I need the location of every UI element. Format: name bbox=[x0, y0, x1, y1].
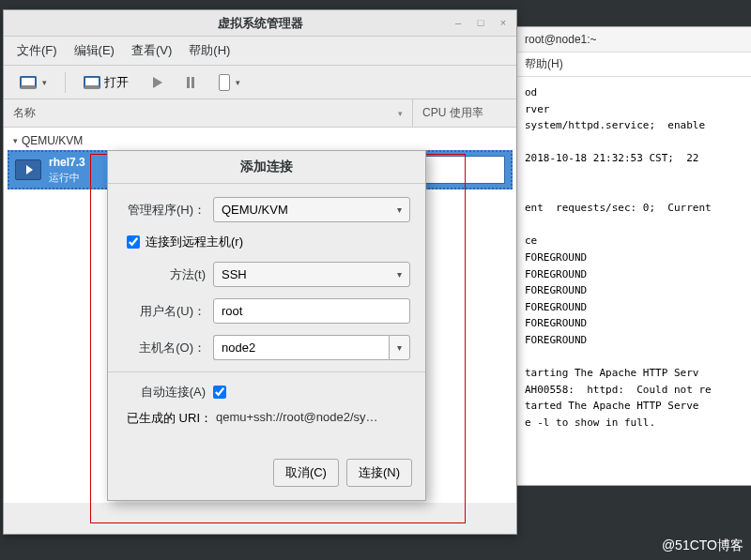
shutdown-button[interactable]: ▾ bbox=[212, 70, 247, 95]
minimize-button[interactable]: – bbox=[449, 14, 467, 31]
autoconnect-label: 自动连接(A) bbox=[123, 384, 213, 401]
hypervisor-value: QEMU/KVM bbox=[222, 203, 288, 217]
window-title: 虚拟系统管理器 bbox=[218, 15, 303, 32]
column-cpu[interactable]: CPU 使用率 bbox=[413, 99, 516, 127]
toolbar-separator bbox=[65, 72, 66, 93]
separator bbox=[108, 371, 425, 372]
vm-name: rhel7.3 bbox=[49, 156, 85, 171]
open-label: 打开 bbox=[104, 74, 129, 91]
column-name[interactable]: 名称 ▾ bbox=[4, 99, 413, 127]
hypervisor-label: 管理程序(H)： bbox=[123, 202, 213, 219]
add-connection-dialog: 添加连接 管理程序(H)： QEMU/KVM ▾ 连接到远程主机(r) 方法(t… bbox=[107, 150, 426, 501]
terminal-content: od rver system/httpd.service; enable 201… bbox=[517, 77, 751, 438]
maximize-button[interactable]: □ bbox=[471, 14, 490, 31]
chevron-down-icon: ▾ bbox=[397, 204, 402, 215]
cancel-button[interactable]: 取消(C) bbox=[273, 459, 339, 487]
new-vm-button[interactable]: ▾ bbox=[13, 72, 54, 93]
device-icon bbox=[219, 74, 230, 91]
column-headers: 名称 ▾ CPU 使用率 bbox=[4, 99, 516, 128]
hostname-dropdown-button[interactable]: ▾ bbox=[389, 335, 410, 360]
close-button[interactable]: × bbox=[494, 14, 513, 31]
menu-file[interactable]: 文件(F) bbox=[9, 40, 65, 61]
terminal-title: root@node1:~ bbox=[517, 27, 751, 53]
generated-uri-value: qemu+ssh://root@node2/sy… bbox=[216, 410, 378, 427]
terminal-menu-help[interactable]: 帮助(H) bbox=[517, 53, 751, 77]
hostname-input[interactable] bbox=[213, 335, 389, 360]
column-name-label: 名称 bbox=[13, 105, 36, 121]
hostname-label: 主机名(O)： bbox=[123, 340, 213, 356]
run-button[interactable] bbox=[146, 73, 169, 92]
remote-label: 连接到远程主机(r) bbox=[146, 234, 243, 250]
pause-icon bbox=[187, 77, 194, 88]
connection-label: QEMU/KVM bbox=[22, 134, 83, 147]
dropdown-arrow-icon: ▾ bbox=[236, 78, 240, 87]
dropdown-arrow-icon: ▾ bbox=[42, 78, 47, 87]
generated-uri-label: 已生成的 URI： bbox=[127, 410, 212, 427]
play-icon bbox=[153, 77, 162, 88]
menu-edit[interactable]: 编辑(E) bbox=[67, 40, 122, 61]
remote-checkbox[interactable] bbox=[127, 235, 140, 249]
monitor-icon bbox=[84, 76, 100, 89]
method-combo[interactable]: SSH ▾ bbox=[213, 262, 410, 287]
chevron-down-icon: ▾ bbox=[397, 342, 402, 353]
open-vm-button[interactable]: 打开 bbox=[77, 70, 135, 95]
autoconnect-checkbox[interactable] bbox=[213, 386, 226, 399]
vm-running-icon bbox=[15, 159, 41, 180]
method-value: SSH bbox=[222, 267, 247, 281]
method-label: 方法(t) bbox=[123, 266, 213, 283]
hypervisor-combo[interactable]: QEMU/KVM ▾ bbox=[213, 197, 410, 222]
sort-arrow-icon: ▾ bbox=[398, 109, 403, 118]
titlebar: 虚拟系统管理器 – □ × bbox=[4, 10, 516, 37]
pause-button[interactable] bbox=[180, 73, 201, 92]
terminal-window: root@node1:~ 帮助(H) od rver system/httpd.… bbox=[516, 26, 751, 486]
vm-status: 运行中 bbox=[49, 171, 85, 184]
connection-row[interactable]: ▾ QEMU/KVM bbox=[4, 131, 516, 150]
monitor-icon bbox=[20, 76, 37, 89]
toolbar: ▾ 打开 ▾ bbox=[4, 66, 516, 99]
connect-button[interactable]: 连接(N) bbox=[346, 459, 412, 487]
watermark: @51CTO博客 bbox=[662, 537, 743, 554]
menubar: 文件(F) 编辑(E) 查看(V) 帮助(H) bbox=[4, 37, 516, 66]
username-input[interactable] bbox=[213, 298, 410, 324]
dialog-title: 添加连接 bbox=[108, 151, 425, 184]
chevron-down-icon: ▾ bbox=[397, 269, 402, 280]
tree-toggle-icon[interactable]: ▾ bbox=[13, 136, 18, 145]
menu-view[interactable]: 查看(V) bbox=[124, 40, 179, 61]
username-label: 用户名(U)： bbox=[123, 303, 213, 320]
menu-help[interactable]: 帮助(H) bbox=[181, 40, 238, 61]
